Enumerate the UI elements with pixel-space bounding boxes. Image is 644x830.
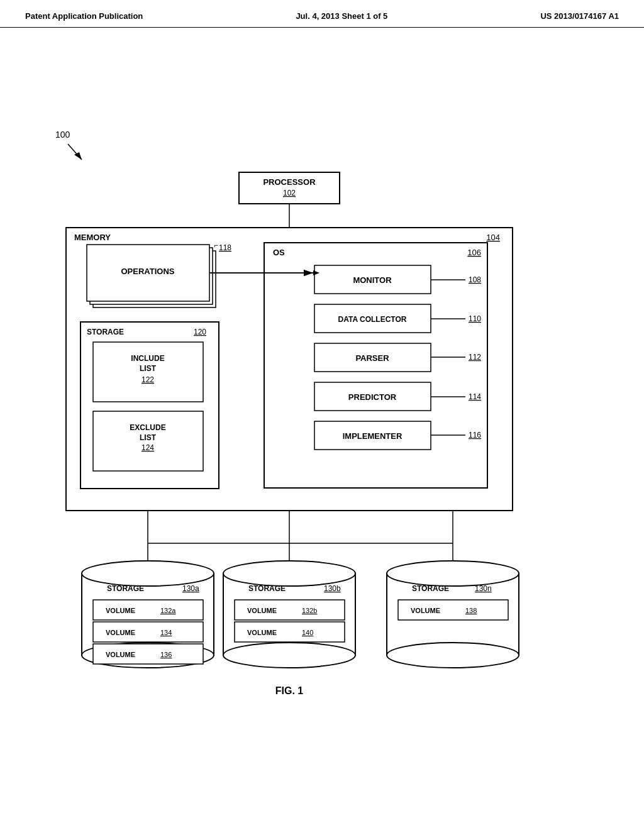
operations-ref: 118 <box>219 243 231 252</box>
storage-120-label: STORAGE <box>87 328 124 336</box>
storage-130n-top <box>387 561 519 586</box>
volume-138-ref: 138 <box>465 607 477 614</box>
header-right: US 2013/0174167 A1 <box>540 11 619 21</box>
diagram-svg: 100 PROCESSOR 102 MEMORY 104 OS 106 MONI… <box>0 28 644 807</box>
include-list-label: INCLUDE <box>131 354 164 363</box>
storage-130n-bottom <box>387 643 519 668</box>
volume-134-ref: 134 <box>160 629 172 636</box>
memory-ref: 104 <box>486 233 500 242</box>
processor-label: PROCESSOR <box>263 177 316 187</box>
data-collector-ref: 110 <box>469 314 481 323</box>
volume-132a-label: VOLUME <box>106 607 135 614</box>
exclude-list-label2: LIST <box>140 433 157 442</box>
parser-ref: 112 <box>469 353 481 362</box>
monitor-ref: 108 <box>469 275 481 284</box>
volume-132b-ref: 132b <box>302 607 317 614</box>
storage-130n-ref: 130n <box>475 584 492 593</box>
exclude-list-ref: 124 <box>142 443 154 452</box>
parser-label: PARSER <box>355 353 389 363</box>
storage-130a-label: STORAGE <box>107 584 144 593</box>
implementer-ref: 116 <box>469 431 481 440</box>
monitor-label: MONITOR <box>353 275 392 285</box>
storage-130b-top <box>223 561 355 586</box>
predictor-label: PREDICTOR <box>348 392 397 402</box>
storage-130b-bottom <box>223 643 355 668</box>
storage-130b-ref: 130b <box>324 584 341 593</box>
exclude-list-label: EXCLUDE <box>130 423 165 432</box>
volume-136-ref: 136 <box>160 651 172 658</box>
ref-100-label: 100 <box>55 130 70 140</box>
figure-caption: FIG. 1 <box>275 685 304 696</box>
os-label: OS <box>273 248 285 257</box>
storage-130a-top <box>82 561 214 586</box>
include-list-ref: 122 <box>142 375 154 384</box>
volume-136-label: VOLUME <box>106 651 135 658</box>
header-center: Jul. 4, 2013 Sheet 1 of 5 <box>296 11 387 21</box>
volume-134-label: VOLUME <box>106 629 135 636</box>
header-left: Patent Application Publication <box>25 11 143 21</box>
volume-140-label: VOLUME <box>247 629 277 636</box>
implementer-label: IMPLEMENTER <box>343 431 402 441</box>
include-list-label2: LIST <box>140 364 157 373</box>
patent-header: Patent Application Publication Jul. 4, 2… <box>0 0 644 28</box>
memory-label: MEMORY <box>74 233 111 242</box>
storage-130b-label: STORAGE <box>248 584 286 593</box>
volume-132b-label: VOLUME <box>247 607 277 614</box>
storage-130n-label: STORAGE <box>412 584 449 593</box>
storage-130a-ref: 130a <box>182 584 199 593</box>
os-ref: 106 <box>467 248 481 257</box>
predictor-ref: 114 <box>469 392 481 401</box>
operations-label: OPERATIONS <box>121 267 175 276</box>
svg-marker-1 <box>74 152 82 160</box>
volume-132a-ref: 132a <box>160 607 176 614</box>
operations-ref-arrow: ⌐ <box>214 241 218 250</box>
storage-120-ref: 120 <box>194 328 206 336</box>
data-collector-label: DATA COLLECTOR <box>338 315 407 324</box>
volume-140-ref: 140 <box>302 629 313 636</box>
volume-138-label: VOLUME <box>411 607 440 614</box>
processor-ref: 102 <box>283 189 296 197</box>
